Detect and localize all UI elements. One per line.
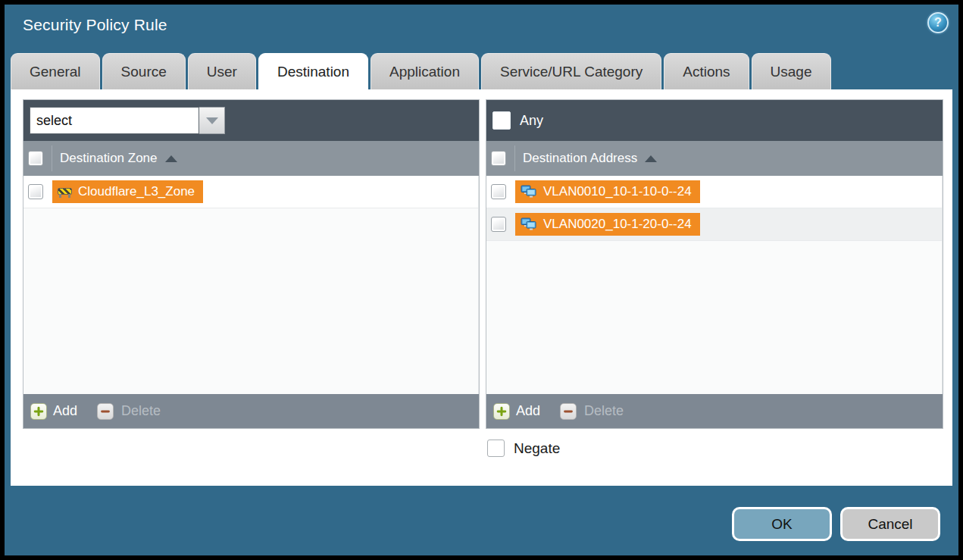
any-checkbox[interactable] (492, 111, 511, 130)
any-label: Any (520, 113, 543, 129)
zone-column-header: Destination Zone (23, 141, 479, 176)
table-row[interactable]: VLAN0010_10-1-10-0--24 (486, 176, 942, 208)
destination-address-panel: Any Destination Address (486, 99, 943, 429)
network-address-icon (521, 185, 537, 199)
delete-icon[interactable] (560, 403, 577, 420)
negate-label: Negate (514, 440, 560, 457)
sort-ascending-icon[interactable] (165, 155, 177, 162)
address-entry[interactable]: VLAN0020_10-1-20-0--24 (515, 213, 700, 236)
address-add-button[interactable]: Add (516, 403, 540, 419)
ok-button[interactable]: OK (732, 507, 832, 541)
zone-toolbar: Add Delete (23, 394, 479, 428)
address-rows: VLAN0010_10-1-10-0--24 (486, 176, 943, 394)
zone-column-title: Destination Zone (60, 151, 158, 166)
network-address-icon (521, 217, 537, 231)
address-column-header: Destination Address (486, 141, 943, 176)
zone-row-checkbox[interactable] (28, 184, 43, 199)
negate-checkbox[interactable] (487, 440, 505, 457)
address-entry[interactable]: VLAN0010_10-1-10-0--24 (515, 180, 700, 203)
tab-actions[interactable]: Actions (664, 53, 749, 89)
destination-tab-content: Destination Zone Cloudflare_L3_Zone (11, 89, 952, 486)
dialog-title: Security Policy Rule (23, 16, 167, 34)
zone-select-dropdown-button[interactable] (199, 107, 225, 134)
tab-general[interactable]: General (11, 53, 100, 89)
help-glyph: ? (934, 16, 942, 30)
address-any-bar: Any (486, 100, 943, 141)
zone-select-all-checkbox[interactable] (28, 151, 43, 166)
tab-service-url-category[interactable]: Service/URL Category (481, 53, 661, 89)
zone-rows: Cloudflare_L3_Zone (23, 176, 479, 394)
add-icon[interactable] (493, 403, 510, 420)
tab-user[interactable]: User (188, 53, 256, 89)
tab-bar: General Source User Destination Applicat… (11, 53, 831, 89)
table-row[interactable]: Cloudflare_L3_Zone (23, 176, 478, 208)
address-entry-label: VLAN0020_10-1-20-0--24 (543, 217, 692, 232)
address-row-checkbox[interactable] (491, 184, 506, 199)
chevron-down-icon (206, 117, 218, 124)
zone-entry[interactable]: Cloudflare_L3_Zone (52, 180, 203, 203)
address-delete-button[interactable]: Delete (584, 403, 624, 419)
table-row[interactable]: VLAN0020_10-1-20-0--24 (486, 208, 942, 241)
tab-usage[interactable]: Usage (752, 53, 831, 89)
destination-zone-panel: Destination Zone Cloudflare_L3_Zone (23, 99, 480, 429)
add-icon[interactable] (30, 403, 47, 420)
zone-entry-label: Cloudflare_L3_Zone (78, 184, 195, 199)
help-icon[interactable]: ? (927, 12, 949, 33)
cancel-button[interactable]: Cancel (840, 507, 940, 541)
zone-select-bar (23, 100, 479, 141)
tab-application[interactable]: Application (371, 53, 479, 89)
tab-destination[interactable]: Destination (258, 53, 368, 89)
address-toolbar: Add Delete (486, 394, 943, 428)
delete-icon[interactable] (97, 403, 114, 420)
address-row-checkbox[interactable] (491, 217, 506, 232)
sort-ascending-icon[interactable] (645, 155, 657, 162)
address-entry-label: VLAN0010_10-1-10-0--24 (543, 184, 692, 199)
negate-control: Negate (487, 440, 560, 457)
address-select-all-checkbox[interactable] (491, 151, 506, 166)
zone-delete-button[interactable]: Delete (121, 403, 161, 419)
zone-add-button[interactable]: Add (53, 403, 77, 419)
address-column-title: Destination Address (523, 151, 637, 166)
security-policy-rule-dialog: Security Policy Rule ? General Source Us… (5, 5, 958, 555)
zone-icon (58, 186, 72, 198)
zone-select-input[interactable] (30, 107, 199, 134)
tab-source[interactable]: Source (102, 53, 186, 89)
